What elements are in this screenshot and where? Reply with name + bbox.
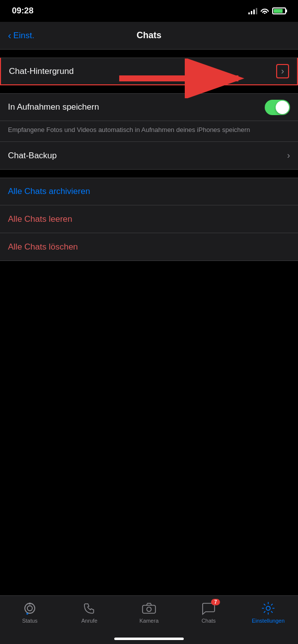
page-title: Chats — [137, 30, 161, 41]
chat-backup-label: Chat-Backup — [8, 151, 287, 161]
status-bar: 09:28 — [0, 0, 298, 22]
alle-chats-archivieren-row[interactable]: Alle Chats archivieren — [0, 178, 298, 205]
tab-anrufe[interactable]: Anrufe — [60, 601, 119, 624]
kamera-icon-wrap — [142, 601, 156, 616]
back-chevron-icon: ‹ — [8, 30, 11, 41]
svg-point-2 — [25, 603, 35, 613]
svg-rect-6 — [143, 605, 155, 613]
phone-icon — [83, 602, 96, 615]
svg-point-7 — [147, 607, 151, 612]
alle-chats-archivieren-label: Alle Chats archivieren — [8, 187, 290, 196]
chat-hintergrund-row[interactable]: Chat-Hintergrund › — [0, 58, 298, 85]
status-time: 09:28 — [12, 6, 33, 16]
alle-chats-loeschen-label: Alle Chats löschen — [8, 242, 290, 252]
section-chat-hintergrund: Chat-Hintergrund › — [0, 58, 298, 85]
in-aufnahmen-description-row: Empfangene Fotos und Videos automatisch … — [0, 121, 298, 142]
tab-kamera-label: Kamera — [140, 618, 159, 624]
status-icons — [248, 7, 286, 15]
home-indicator — [114, 638, 184, 640]
camera-icon — [142, 602, 156, 614]
section-actions: Alle Chats archivieren Alle Chats leeren… — [0, 178, 298, 261]
chats-icon-wrap: 7 — [201, 601, 216, 616]
chat-hintergrund-chevron-icon: › — [276, 64, 289, 78]
svg-point-3 — [27, 606, 32, 611]
tab-einstellungen[interactable]: Einstellungen — [238, 601, 298, 624]
tab-kamera[interactable]: Kamera — [119, 601, 179, 624]
alle-chats-leeren-label: Alle Chats leeren — [8, 214, 290, 224]
alle-chats-loeschen-row[interactable]: Alle Chats löschen — [0, 233, 298, 261]
alle-chats-leeren-row[interactable]: Alle Chats leeren — [0, 205, 298, 233]
section-media: In Aufnahmen speichern Empfangene Fotos … — [0, 93, 298, 170]
settings-icon — [261, 601, 275, 615]
tab-bar: Status Anrufe Kamera 7 Chats — [0, 595, 298, 644]
chat-hintergrund-label: Chat-Hintergrund — [9, 66, 276, 76]
tab-einstellungen-label: Einstellungen — [252, 618, 285, 624]
chats-badge: 7 — [211, 599, 220, 605]
chat-backup-row[interactable]: Chat-Backup › — [0, 142, 298, 170]
tab-chats-label: Chats — [202, 618, 216, 624]
tab-anrufe-label: Anrufe — [81, 618, 97, 624]
svg-point-8 — [266, 606, 270, 610]
svg-point-5 — [26, 613, 28, 615]
nav-bar: ‹ Einst. Chats — [0, 22, 298, 50]
tab-chats[interactable]: 7 Chats — [179, 601, 238, 624]
signal-icon — [248, 7, 257, 14]
back-button[interactable]: ‹ Einst. — [8, 30, 34, 41]
einstellungen-icon-wrap — [261, 601, 276, 616]
battery-icon — [272, 7, 286, 14]
in-aufnahmen-label: In Aufnahmen speichern — [8, 102, 265, 112]
status-icon — [23, 601, 37, 615]
in-aufnahmen-toggle[interactable] — [265, 100, 290, 115]
status-icon-wrap — [22, 601, 37, 616]
tab-status[interactable]: Status — [0, 601, 60, 624]
tab-status-label: Status — [22, 618, 37, 624]
chat-backup-chevron-icon: › — [287, 150, 290, 161]
back-label: Einst. — [13, 31, 35, 41]
svg-point-4 — [29, 603, 31, 605]
in-aufnahmen-description: Empfangene Fotos und Videos automatisch … — [8, 126, 250, 133]
anrufe-icon-wrap — [82, 601, 97, 616]
in-aufnahmen-row[interactable]: In Aufnahmen speichern — [0, 93, 298, 121]
wifi-icon — [260, 7, 269, 15]
toggle-thumb — [276, 101, 289, 114]
